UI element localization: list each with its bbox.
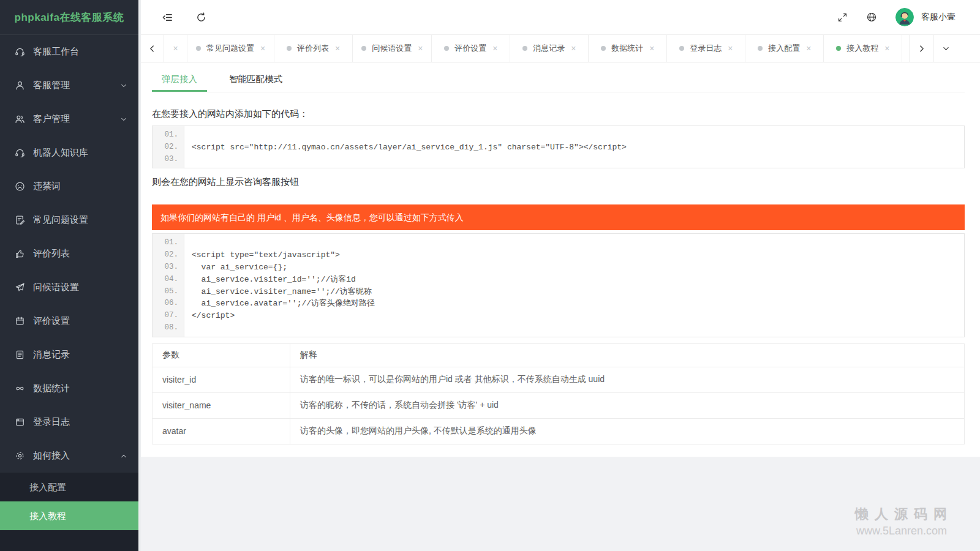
tab-label: 登录日志 — [690, 43, 722, 54]
tab-spacer — [902, 35, 909, 62]
avatar — [895, 8, 914, 26]
sidebar-item-常见问题设置[interactable]: 常见问题设置 — [0, 203, 138, 237]
sidebar-item-机器人知识库[interactable]: 机器人知识库 — [0, 136, 138, 170]
tab-接入教程[interactable]: 接入教程× — [824, 35, 902, 62]
table-cell: 访客的头像，即您网站的用户头像, 不传默认是系统的通用头像 — [290, 418, 965, 444]
intro-text: 在您要接入的网站内添加如下的代码： — [152, 108, 965, 120]
tab-status-dot — [287, 46, 292, 51]
line-number: 03. — [153, 261, 184, 274]
code-line: ai_service.visiter_name='';//访客昵称 — [192, 286, 964, 298]
chevron-left-icon — [148, 45, 156, 53]
sidebar-item-label: 常见问题设置 — [33, 214, 88, 226]
customers-icon — [15, 114, 25, 124]
code-block-1: 01.02.03. <script src="http://11.qymao.c… — [152, 126, 965, 168]
sidebar-submenu: 接入配置接入教程 — [0, 473, 138, 551]
sidebar-item-label: 数据统计 — [33, 383, 70, 394]
paper-plane-icon — [15, 282, 25, 293]
sidebar-subitem-接入教程[interactable]: 接入教程 — [0, 501, 138, 530]
sidebar-item-label: 客服工作台 — [33, 46, 79, 58]
tab-接入配置[interactable]: 接入配置× — [745, 35, 824, 62]
code-line: <script type="text/javascript"> — [192, 249, 964, 261]
robot-icon — [15, 148, 25, 158]
code-line — [192, 322, 964, 334]
subtabs: 弹层接入智能匹配模式 — [152, 67, 965, 92]
sidebar-item-数据统计[interactable]: 数据统计 — [0, 372, 138, 405]
tab-status-dot — [361, 46, 366, 51]
tab-close-icon[interactable]: × — [260, 44, 265, 53]
sidebar-subitem-接入配置[interactable]: 接入配置 — [0, 473, 138, 501]
top-header: 客服小壹 — [141, 0, 980, 35]
line-number: 06. — [153, 298, 184, 310]
tabs-scroll-right-button[interactable] — [909, 35, 933, 62]
code-gutter: 01.02.03.04.05.06.07.08. — [153, 234, 184, 336]
code-line: var ai_service={}; — [192, 261, 964, 274]
sad-face-icon — [15, 181, 25, 192]
table-cell: visiter_name — [153, 392, 290, 418]
code-block-2: 01.02.03.04.05.06.07.08. <script type="t… — [152, 233, 965, 337]
tabs-dropdown-button[interactable] — [933, 35, 958, 62]
sidebar-item-label: 如何接入 — [33, 450, 70, 462]
tab-数据统计[interactable]: 数据统计× — [589, 35, 667, 62]
tab-close-icon[interactable]: × — [571, 44, 576, 53]
tab-close-icon[interactable]: × — [884, 44, 889, 53]
thumbs-up-icon — [15, 249, 25, 259]
code-line: ai_service.avatar='';//访客头像绝对路径 — [192, 298, 964, 310]
table-row: avatar访客的头像，即您网站的用户头像, 不传默认是系统的通用头像 — [153, 418, 965, 444]
tab-label: 常见问题设置 — [206, 43, 254, 54]
table-cell: avatar — [153, 418, 290, 444]
tab-消息记录[interactable]: 消息记录× — [510, 35, 589, 62]
tabs-scroll-left-button[interactable] — [141, 35, 164, 62]
sidebar-item-问候语设置[interactable]: 问候语设置 — [0, 271, 138, 304]
code-gutter: 01.02.03. — [153, 126, 184, 168]
sidebar-item-客服工作台[interactable]: 客服工作台 — [0, 35, 138, 69]
sidebar-item-label: 登录日志 — [33, 416, 70, 428]
tab-close-icon[interactable]: × — [649, 44, 654, 53]
sidebar-nav: 客服工作台客服管理客户管理机器人知识库违禁词常见问题设置评价列表问候语设置评价设… — [0, 35, 138, 551]
sidebar-item-客户管理[interactable]: 客户管理 — [0, 102, 138, 136]
table-header-row: 参数解释 — [153, 343, 965, 367]
tab-close-icon[interactable]: × — [418, 44, 423, 53]
tab-close-icon[interactable]: × — [492, 44, 497, 53]
watermark-title: 懒人源码网 — [855, 505, 953, 523]
message-log-icon — [15, 350, 25, 360]
tab-status-dot — [444, 46, 449, 51]
sidebar-item-违禁词[interactable]: 违禁词 — [0, 170, 138, 203]
tab-close-icon[interactable]: × — [806, 44, 811, 53]
sidebar-item-登录日志[interactable]: 登录日志 — [0, 405, 138, 439]
sidebar-item-评价列表[interactable]: 评价列表 — [0, 237, 138, 271]
tab-问候语设置[interactable]: 问候语设置× — [353, 35, 432, 62]
collapse-menu-icon[interactable] — [162, 12, 173, 23]
code-line: <script src="http://11.qymao.cn/assets/l… — [192, 141, 964, 154]
table-cell: 访客的昵称，不传的话，系统自动会拼接 '访客' + uid — [290, 392, 965, 418]
sidebar-item-消息记录[interactable]: 消息记录 — [0, 338, 138, 372]
app-window: phpkaifa在线客服系统 客服工作台客服管理客户管理机器人知识库违禁词常见问… — [0, 0, 980, 551]
tab-常见问题设置[interactable]: 常见问题设置× — [187, 35, 274, 62]
sidebar-item-评价设置[interactable]: 评价设置 — [0, 304, 138, 338]
subtab-智能匹配模式[interactable]: 智能匹配模式 — [219, 67, 292, 92]
tab-status-dot — [836, 46, 841, 51]
code-line — [192, 154, 964, 166]
gear-icon — [15, 451, 25, 461]
table-header-cell: 参数 — [153, 343, 290, 367]
user-menu[interactable]: 客服小壹 — [895, 8, 956, 26]
tab-close-icon[interactable]: × — [173, 44, 178, 53]
refresh-icon[interactable] — [195, 12, 207, 23]
stats-icon — [15, 383, 25, 394]
tab-label: 接入教程 — [846, 43, 878, 54]
tab-close-icon[interactable]: × — [335, 44, 340, 53]
tab-评价列表[interactable]: 评价列表× — [274, 35, 353, 62]
line-number: 07. — [153, 310, 184, 322]
subtab-弹层接入[interactable]: 弹层接入 — [152, 67, 207, 92]
sidebar-item-客服管理[interactable]: 客服管理 — [0, 69, 138, 102]
headset-icon — [15, 47, 25, 57]
tab-登录日志[interactable]: 登录日志× — [667, 35, 745, 62]
chevron-up-icon — [120, 452, 127, 460]
user-icon — [15, 80, 25, 91]
globe-icon[interactable] — [866, 12, 877, 23]
tab-partial[interactable]: × — [164, 35, 187, 62]
tab-close-icon[interactable]: × — [728, 44, 733, 53]
sidebar-item-如何接入[interactable]: 如何接入 — [0, 439, 138, 473]
line-number: 03. — [153, 154, 184, 166]
fullscreen-icon[interactable] — [837, 12, 848, 23]
tab-评价设置[interactable]: 评价设置× — [432, 35, 510, 62]
